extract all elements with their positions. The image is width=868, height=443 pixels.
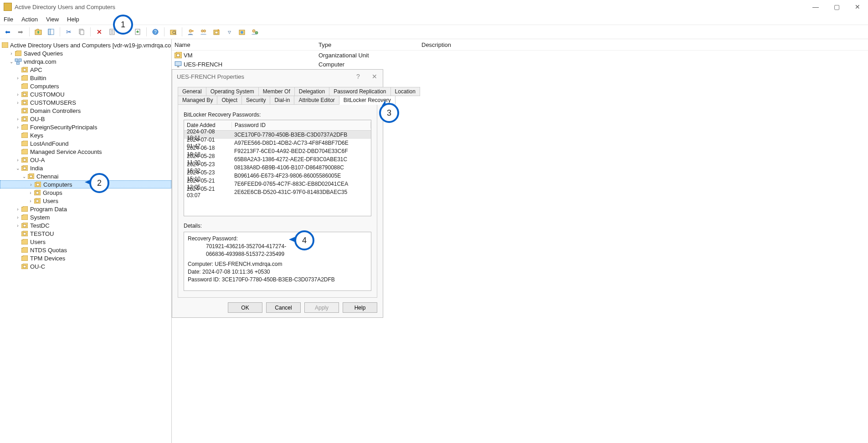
tree-root[interactable]: Active Directory Users and Computers [vd… xyxy=(0,41,171,49)
tab[interactable]: Operating System xyxy=(206,87,259,96)
callout-4: 4 xyxy=(294,230,314,250)
tree-item[interactable]: ›CUSTOMUSERS xyxy=(0,98,171,107)
tab[interactable]: Security xyxy=(241,96,270,105)
svg-rect-43 xyxy=(175,61,181,66)
col-desc[interactable]: Description xyxy=(421,41,865,48)
tab[interactable]: Delegation xyxy=(294,87,329,96)
cut-icon[interactable]: ✂ xyxy=(64,27,74,37)
tree-item[interactable]: OU-C xyxy=(0,262,171,270)
tree-item[interactable]: TPM Devices xyxy=(0,254,171,262)
tree-item[interactable]: ›CUSTOMOU xyxy=(0,90,171,98)
add-to-group-icon[interactable] xyxy=(250,27,260,37)
grid-col-pwd[interactable]: Password ID xyxy=(232,122,371,128)
svg-rect-38 xyxy=(36,200,39,202)
find-icon[interactable] xyxy=(168,27,178,37)
export-list-icon[interactable] xyxy=(133,27,143,37)
svg-rect-28 xyxy=(23,69,26,71)
tree-item[interactable]: APC xyxy=(0,66,171,74)
svg-point-23 xyxy=(255,31,258,34)
tree-item[interactable]: Managed Service Accounts xyxy=(0,148,171,156)
recovery-password-line1: 701921-436216-352704-417274- xyxy=(188,243,367,250)
show-hide-tree-icon[interactable] xyxy=(46,27,56,37)
list-row[interactable]: VMOrganizational Unit xyxy=(172,51,868,60)
tree-item[interactable]: LostAndFound xyxy=(0,139,171,148)
col-type[interactable]: Type xyxy=(318,41,421,48)
tree-item[interactable]: ›Program Data xyxy=(0,205,171,213)
tab[interactable]: Managed By xyxy=(178,96,217,105)
tab[interactable]: General xyxy=(178,87,206,96)
tree-item[interactable]: NTDS Quotas xyxy=(0,246,171,254)
apply-button[interactable]: Apply xyxy=(304,302,339,313)
query-icon[interactable] xyxy=(237,27,247,37)
dialog-title-bar[interactable]: UES-FRENCH Properties ? ✕ xyxy=(172,70,383,83)
tree-item[interactable]: ›ForeignSecurityPrincipals xyxy=(0,123,171,131)
new-ou-icon[interactable] xyxy=(211,27,221,37)
list-row[interactable]: UES-FRENCHComputer xyxy=(172,60,868,69)
tree-item-groups[interactable]: ›Groups xyxy=(0,188,171,197)
dialog-close-icon[interactable]: ✕ xyxy=(366,70,383,83)
tab[interactable]: Dial-in xyxy=(270,96,294,105)
svg-point-16 xyxy=(201,30,204,32)
minimize-button[interactable]: — xyxy=(805,0,826,14)
menu-file[interactable]: File xyxy=(4,16,13,23)
grid-row[interactable]: 2024-05-21 03:072E62E6CB-D520-431C-97F0-… xyxy=(184,188,371,196)
grid-col-date[interactable]: Date Added xyxy=(184,122,232,128)
tree-item[interactable]: ⌄India xyxy=(0,164,171,172)
tab[interactable]: Password Replication xyxy=(329,87,390,96)
passwords-grid[interactable]: Date Added Password ID 2024-07-08 10:113… xyxy=(184,120,371,216)
ok-button[interactable]: OK xyxy=(228,302,262,313)
filter-icon[interactable]: ▿ xyxy=(224,27,234,37)
copy-icon[interactable] xyxy=(77,27,87,37)
new-user-icon[interactable] xyxy=(186,27,196,37)
help-icon[interactable]: ? xyxy=(150,27,160,37)
folder-icon xyxy=(21,214,28,220)
tree-item-users[interactable]: ›Users xyxy=(0,197,171,205)
tree-item[interactable]: ›System xyxy=(0,213,171,221)
tree-saved-queries[interactable]: › Saved Queries xyxy=(0,49,171,57)
close-button[interactable]: ✕ xyxy=(847,0,868,14)
domain-icon xyxy=(15,58,22,65)
col-name[interactable]: Name xyxy=(175,41,318,48)
tree-item[interactable]: ›Builtin xyxy=(0,74,171,82)
maximize-button[interactable]: ▢ xyxy=(826,0,847,14)
svg-rect-2 xyxy=(48,29,51,35)
computer-icon xyxy=(175,61,182,67)
menu-help[interactable]: Help xyxy=(67,16,79,23)
ou-icon xyxy=(21,230,28,237)
menu-action[interactable]: Action xyxy=(21,16,38,23)
svg-point-21 xyxy=(241,31,243,34)
tree-item[interactable]: ›OU-B xyxy=(0,115,171,123)
ou-icon xyxy=(21,165,28,171)
tree-item[interactable]: Users xyxy=(0,238,171,246)
back-icon[interactable]: ⬅ xyxy=(3,27,13,37)
details-computer: Computer: UES-FRENCH.vmdrqa.com xyxy=(188,260,367,268)
new-group-icon[interactable] xyxy=(199,27,209,37)
tree-item[interactable]: ›TestDC xyxy=(0,221,171,229)
svg-rect-44 xyxy=(177,66,180,67)
dialog-help-icon[interactable]: ? xyxy=(350,70,366,83)
tree-item[interactable]: Keys xyxy=(0,131,171,139)
cancel-button[interactable]: Cancel xyxy=(266,302,301,313)
tab[interactable]: Member Of xyxy=(258,87,295,96)
tree-root-label: Active Directory Users and Computers [vd… xyxy=(10,42,172,49)
delete-icon[interactable]: ✕ xyxy=(94,27,104,37)
tab[interactable]: Location xyxy=(390,87,420,96)
menu-view[interactable]: View xyxy=(46,16,59,23)
list-header: Name Type Description xyxy=(172,39,868,51)
tree-pane[interactable]: Active Directory Users and Computers [vd… xyxy=(0,39,172,443)
tree-item[interactable]: Computers xyxy=(0,82,171,90)
content-pane: Name Type Description VMOrganizational U… xyxy=(172,39,868,443)
tree-item[interactable]: TESTOU xyxy=(0,229,171,238)
tree-domain[interactable]: ⌄ vmdrqa.com xyxy=(0,57,171,66)
ou-icon xyxy=(175,52,182,58)
details-box[interactable]: Recovery Password: 701921-436216-352704-… xyxy=(184,232,371,291)
svg-point-15 xyxy=(189,30,192,32)
tree-item[interactable]: Domain Controllers xyxy=(0,107,171,115)
tree-item[interactable]: ›OU-A xyxy=(0,156,171,164)
tab[interactable]: Attribute Editor xyxy=(294,96,339,105)
tab[interactable]: Object xyxy=(217,96,242,105)
svg-rect-34 xyxy=(23,167,26,169)
help-button[interactable]: Help xyxy=(343,302,377,313)
forward-icon[interactable]: ➡ xyxy=(15,27,26,37)
up-folder-icon[interactable] xyxy=(33,27,43,37)
